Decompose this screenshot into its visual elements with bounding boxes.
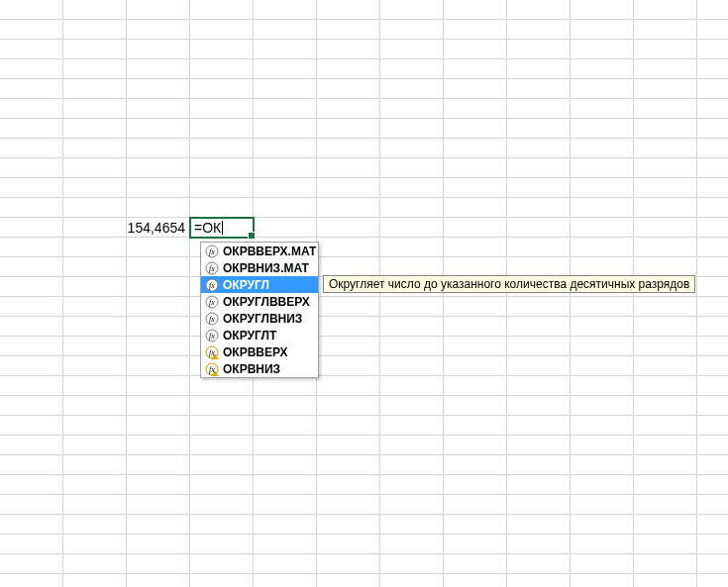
cell[interactable] <box>254 158 317 178</box>
cell[interactable] <box>507 495 571 515</box>
cell[interactable] <box>317 257 380 277</box>
autocomplete-item[interactable]: fx ! ОКРВНИЗ <box>201 360 318 377</box>
autocomplete-item[interactable]: fx ОКРУГЛВВЕРХ <box>201 293 318 310</box>
cell[interactable] <box>63 0 127 20</box>
cell[interactable] <box>127 317 190 337</box>
cell[interactable] <box>507 554 571 574</box>
cell[interactable] <box>571 376 634 396</box>
cell[interactable] <box>190 515 254 535</box>
cell[interactable] <box>634 79 697 99</box>
cell[interactable] <box>317 40 380 59</box>
cell[interactable] <box>317 495 380 515</box>
cell[interactable] <box>444 574 507 587</box>
cell[interactable] <box>254 178 317 198</box>
cell[interactable] <box>190 79 254 99</box>
cell[interactable] <box>444 99 507 119</box>
cell[interactable] <box>317 535 380 554</box>
cell[interactable] <box>190 416 254 436</box>
cell[interactable] <box>634 297 697 317</box>
cell[interactable] <box>190 119 254 139</box>
cell[interactable] <box>444 0 507 20</box>
cell[interactable] <box>0 535 63 554</box>
cell[interactable] <box>190 455 254 475</box>
cell[interactable] <box>697 376 728 396</box>
cell[interactable] <box>127 20 190 40</box>
cell[interactable] <box>634 495 697 515</box>
cell[interactable] <box>507 376 571 396</box>
cell[interactable] <box>571 455 634 475</box>
cell[interactable] <box>0 198 63 218</box>
cell[interactable] <box>0 515 63 535</box>
cell[interactable] <box>507 356 571 376</box>
cell[interactable] <box>571 257 634 277</box>
cell[interactable] <box>254 40 317 59</box>
cell[interactable] <box>190 554 254 574</box>
cell[interactable] <box>634 178 697 198</box>
cell[interactable] <box>380 436 444 455</box>
cell[interactable] <box>127 158 190 178</box>
cell[interactable] <box>444 475 507 495</box>
cell[interactable] <box>63 277 127 297</box>
cell[interactable] <box>254 495 317 515</box>
cell[interactable] <box>63 99 127 119</box>
cell[interactable] <box>571 554 634 574</box>
cell[interactable] <box>380 337 444 356</box>
cell[interactable] <box>507 59 571 79</box>
cell[interactable] <box>444 20 507 40</box>
cell[interactable] <box>444 139 507 158</box>
cell[interactable] <box>507 158 571 178</box>
cell[interactable] <box>317 416 380 436</box>
cell[interactable] <box>444 59 507 79</box>
cell[interactable] <box>507 139 571 158</box>
spreadsheet-grid[interactable]: 154,4654=ОК <box>0 0 728 587</box>
cell[interactable] <box>634 20 697 40</box>
cell[interactable] <box>571 495 634 515</box>
cell[interactable] <box>380 99 444 119</box>
cell[interactable] <box>254 455 317 475</box>
cell[interactable] <box>380 475 444 495</box>
cell[interactable] <box>63 455 127 475</box>
cell[interactable] <box>507 416 571 436</box>
cell[interactable] <box>0 59 63 79</box>
cell[interactable] <box>444 198 507 218</box>
cell[interactable] <box>444 396 507 416</box>
cell[interactable] <box>697 119 728 139</box>
cell[interactable] <box>444 356 507 376</box>
cell[interactable] <box>380 574 444 587</box>
cell[interactable] <box>127 119 190 139</box>
cell[interactable] <box>507 99 571 119</box>
cell[interactable] <box>0 20 63 40</box>
cell[interactable] <box>380 198 444 218</box>
value-cell[interactable]: 154,4654 <box>127 218 190 238</box>
cell[interactable] <box>380 317 444 337</box>
cell[interactable] <box>0 40 63 59</box>
cell[interactable] <box>571 79 634 99</box>
cell[interactable] <box>127 535 190 554</box>
cell[interactable] <box>697 475 728 495</box>
cell[interactable] <box>63 376 127 396</box>
cell[interactable] <box>507 396 571 416</box>
cell[interactable] <box>190 158 254 178</box>
cell[interactable] <box>380 297 444 317</box>
cell[interactable] <box>634 218 697 238</box>
cell[interactable] <box>444 158 507 178</box>
cell[interactable] <box>444 515 507 535</box>
cell[interactable] <box>634 40 697 59</box>
cell[interactable] <box>317 436 380 455</box>
cell[interactable] <box>127 475 190 495</box>
cell[interactable] <box>571 574 634 587</box>
cell[interactable] <box>190 99 254 119</box>
cell[interactable] <box>317 317 380 337</box>
cell[interactable] <box>63 119 127 139</box>
cell[interactable] <box>380 495 444 515</box>
cell[interactable] <box>507 515 571 535</box>
cell[interactable] <box>127 396 190 416</box>
cell[interactable] <box>380 178 444 198</box>
cell[interactable] <box>634 416 697 436</box>
cell[interactable] <box>507 178 571 198</box>
cell[interactable] <box>317 515 380 535</box>
cell[interactable] <box>634 238 697 257</box>
cell[interactable] <box>571 158 634 178</box>
cell[interactable] <box>63 178 127 198</box>
cell[interactable] <box>634 99 697 119</box>
